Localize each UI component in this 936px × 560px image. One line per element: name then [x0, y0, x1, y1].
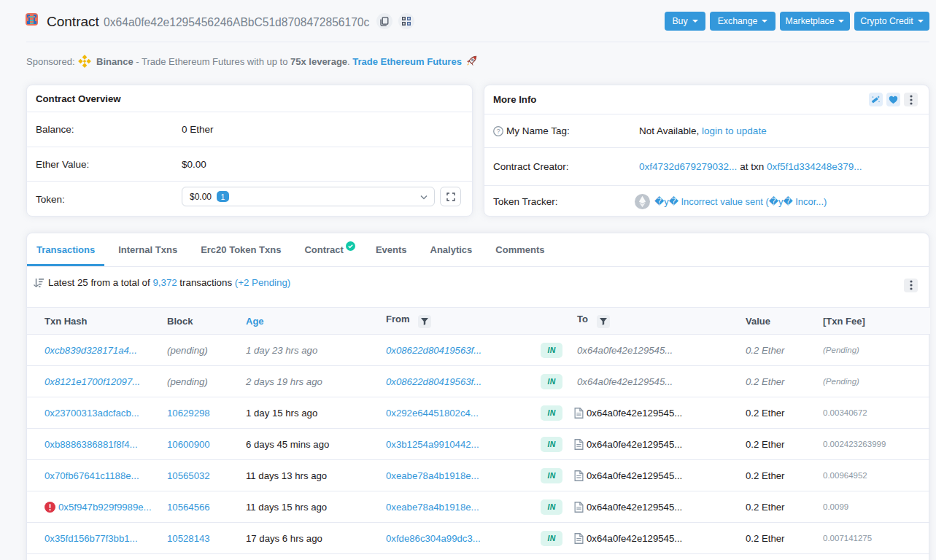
svg-text:?: ? [496, 128, 500, 135]
